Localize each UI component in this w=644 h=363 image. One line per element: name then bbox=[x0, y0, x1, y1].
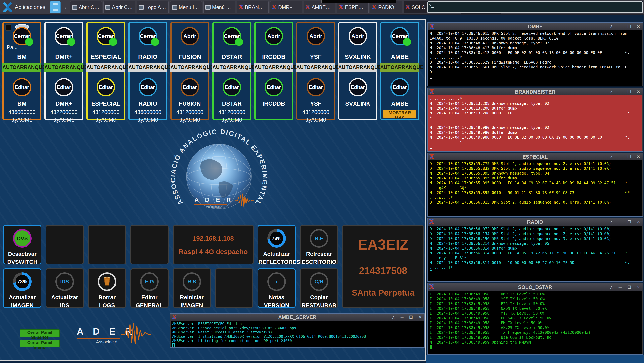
ctrl-reiniciar-imagen[interactable]: R.S ReiniciarIMAGEN bbox=[173, 268, 211, 308]
service-toggle-button[interactable]: Abrir bbox=[264, 27, 283, 45]
minimize-button[interactable]: ─ bbox=[619, 218, 622, 226]
service-edit-button[interactable]: Editar bbox=[222, 78, 241, 96]
maximize-button[interactable]: ☐ bbox=[627, 218, 631, 226]
autostart-badge[interactable]: AUTOARRANQUE bbox=[380, 63, 419, 72]
close-button[interactable]: ✕ bbox=[418, 314, 422, 321]
autostart-badge[interactable]: AUTOARRANQUE bbox=[254, 63, 293, 72]
maximize-button[interactable]: ☐ bbox=[409, 314, 413, 321]
ctrl-actualizar-ids[interactable]: IDS ActualizarIDS bbox=[46, 268, 84, 308]
service-toggle-button[interactable]: Cerrar bbox=[390, 27, 409, 45]
close-button[interactable]: ✕ bbox=[636, 284, 640, 291]
taskbar-window-9[interactable]: XRADIO bbox=[370, 1, 402, 13]
autostart-badge[interactable]: AUTOARRANQUE bbox=[44, 63, 83, 72]
taskbar-window-7[interactable]: XAMBE_SE... bbox=[304, 1, 335, 13]
taskbar-window-6[interactable]: XDMR+ bbox=[270, 1, 302, 13]
autostart-badge[interactable]: AUTOARRANQUE bbox=[170, 63, 209, 72]
titlebar[interactable]: X ESPECIAL ∧─☐✕ bbox=[428, 153, 642, 160]
maximize-button[interactable]: ☐ bbox=[627, 23, 631, 30]
service-edit-button[interactable]: Editar bbox=[138, 78, 157, 96]
shade-button[interactable]: ∧ bbox=[392, 314, 395, 321]
ctrl-editor-general[interactable]: E.G EditorGENERAL bbox=[130, 268, 168, 308]
minimize-button[interactable]: ─ bbox=[400, 314, 404, 321]
service-edit-button[interactable]: Editar bbox=[180, 78, 199, 96]
titlebar[interactable]: X SOLO_DSTAR ∧─☐✕ bbox=[428, 284, 642, 291]
close-bottom-panel-button[interactable]: Cerrar Panel Inferior bbox=[20, 340, 60, 347]
taskbar-window-0[interactable]: Abrir Cer... bbox=[70, 1, 102, 13]
applications-menu-icon[interactable] bbox=[2, 1, 13, 13]
applications-menu-label[interactable]: Aplicaciones bbox=[15, 4, 46, 10]
service-toggle-button[interactable]: Cerrar bbox=[138, 27, 157, 45]
service-toggle-button[interactable]: Cerrar bbox=[55, 27, 73, 45]
service-edit-button[interactable]: Editar bbox=[55, 78, 73, 96]
taskbar-window-1[interactable]: Abrir Cer... bbox=[104, 1, 135, 13]
autostart-badge[interactable]: AUTOARRANQUE bbox=[128, 63, 167, 72]
ctrl-actualizar-reflectores[interactable]: 73% ActualizarREFLECTORES bbox=[258, 225, 296, 264]
ctrl-copiar-restaurar[interactable]: C/R CopiarRESTAURAR bbox=[300, 268, 338, 308]
terminal-output[interactable]: M: 2024-10-04 17:38:46.015 DMR Slot 2, r… bbox=[428, 30, 642, 85]
service-toggle-button[interactable]: Abrir bbox=[306, 27, 325, 45]
terminal-output[interactable]: D: 2024-10-04 17:38:56.072 DMR Slot 2, a… bbox=[428, 226, 642, 281]
minimize-button[interactable]: ─ bbox=[619, 88, 622, 95]
shade-button[interactable]: ∧ bbox=[610, 284, 613, 291]
minimize-button[interactable]: ─ bbox=[619, 153, 622, 160]
titlebar[interactable]: X DMR+ ∧─☐✕ bbox=[428, 23, 642, 30]
titlebar[interactable]: X AMBE_SERVER ∧─☐✕ bbox=[170, 314, 424, 321]
service-card-ysf: Abrir YSF AUTOARRANQUE Editar YSF 431200… bbox=[296, 22, 335, 120]
service-name-bottom: ESPECIAL bbox=[88, 100, 124, 107]
titlebar[interactable]: X RADIO ∧─☐✕ bbox=[428, 218, 642, 226]
autostart-badge[interactable]: AUTOARRANQUE bbox=[2, 63, 42, 72]
shade-button[interactable]: ∧ bbox=[610, 218, 613, 226]
maximize-button[interactable]: ☐ bbox=[627, 153, 631, 160]
service-edit-button[interactable]: Editar bbox=[96, 78, 115, 96]
shade-button[interactable]: ∧ bbox=[610, 88, 613, 95]
taskbar-window-8[interactable]: XESPECIAL bbox=[337, 1, 368, 13]
ctrl-notas-version[interactable]: i NotasVERSION bbox=[258, 268, 296, 308]
minimize-button[interactable]: ─ bbox=[619, 284, 622, 291]
close-button[interactable]: ✕ bbox=[636, 88, 640, 95]
minimize-button[interactable]: ─ bbox=[619, 23, 622, 30]
service-edit-button[interactable]: Editar bbox=[13, 78, 31, 96]
taskbar-window-2[interactable]: Logo Ader bbox=[137, 1, 168, 13]
service-toggle-button[interactable]: Cerrar bbox=[13, 27, 31, 45]
autostart-badge[interactable]: AUTOARRANQUE bbox=[212, 63, 251, 72]
running-indicator bbox=[25, 38, 33, 46]
maximize-button[interactable]: ☐ bbox=[627, 88, 631, 95]
ctrl-actualizar-imagen[interactable]: 73% ActualizarIMAGEN bbox=[3, 268, 42, 308]
titlebar[interactable]: X BRANDMEISTER ∧─☐✕ bbox=[428, 88, 642, 95]
service-edit-button[interactable]: Editar bbox=[390, 78, 409, 96]
taskbar-window-5[interactable]: XBRANDM... bbox=[237, 1, 268, 13]
autostart-badge[interactable]: AUTOARRANQUE bbox=[86, 63, 125, 72]
service-toggle-button[interactable]: Cerrar bbox=[222, 27, 241, 45]
ctrl-desactivar-dvswitch[interactable]: DVS DesactivarDVSWITCH bbox=[3, 225, 42, 264]
service-toggle-button[interactable]: Cerrar bbox=[96, 27, 115, 45]
service-toggle-button[interactable]: Abrir bbox=[180, 27, 199, 45]
ctrl-borrar-logs[interactable]: BorrarLOGS bbox=[88, 268, 126, 308]
show-more-button[interactable]: MOSTRAR MAS bbox=[383, 110, 416, 118]
maximize-button[interactable]: ☐ bbox=[627, 284, 631, 291]
terminal-output[interactable]: I: 2024-10-04 17:38:49.958 DMR TX Level:… bbox=[428, 291, 642, 354]
service-edit-button[interactable]: Editar bbox=[264, 78, 283, 96]
close-top-panel-button[interactable]: Cerrar Panel Superior bbox=[20, 330, 60, 337]
taskbar-window-4[interactable]: Menú Su... bbox=[204, 1, 235, 13]
info-icon: i bbox=[267, 273, 286, 291]
running-indicator bbox=[67, 38, 75, 46]
close-button[interactable]: ✕ bbox=[636, 218, 640, 226]
close-button[interactable]: ✕ bbox=[636, 23, 640, 30]
terminal-output[interactable]: .............* M: 2024-10-04 17:38:13.20… bbox=[428, 95, 642, 151]
close-button[interactable]: ✕ bbox=[636, 153, 640, 160]
taskbar-window-3[interactable]: Menú Inf... bbox=[170, 1, 202, 13]
service-toggle-button[interactable]: Abrir bbox=[348, 27, 367, 45]
xterm-icon: X bbox=[405, 4, 410, 10]
shade-button[interactable]: ∧ bbox=[610, 153, 613, 160]
ctrl-refrescar-escritorio[interactable]: R.E RefrescarESCRITORIO bbox=[300, 225, 338, 264]
file-manager-launcher-icon[interactable] bbox=[50, 1, 61, 13]
service-edit-button[interactable]: Editar bbox=[306, 78, 325, 96]
autostart-badge[interactable]: AUTOARRANQUE bbox=[338, 63, 377, 72]
ctrl-label: Actualizar bbox=[46, 293, 83, 301]
terminal-output[interactable]: AMBEserver: RESETSOFTCFG Edition AMBEser… bbox=[170, 321, 424, 347]
terminal-launcher-icon[interactable]: >_ bbox=[427, 1, 643, 13]
autostart-badge[interactable]: AUTOARRANQUE bbox=[296, 63, 335, 72]
terminal-output[interactable]: D: 2024-10-04 17:38:55.775 DMR Slot 2, a… bbox=[428, 160, 642, 216]
shade-button[interactable]: ∧ bbox=[610, 23, 613, 30]
service-edit-button[interactable]: Editar bbox=[348, 78, 367, 96]
